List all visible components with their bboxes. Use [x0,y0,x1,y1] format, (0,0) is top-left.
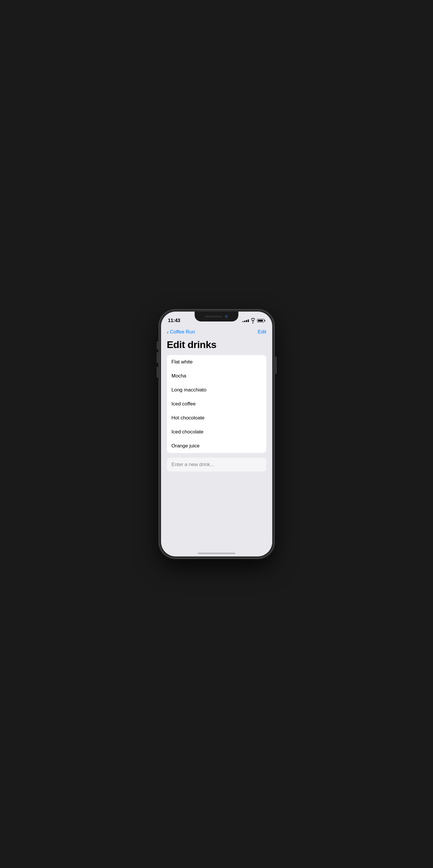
home-indicator [198,553,235,554]
drink-name: Long macchiato [172,387,207,393]
new-drink-placeholder: Enter a new drink... [172,462,214,467]
screen-content: ‹ Coffee Run Edit Edit drinks Flat white… [161,326,272,556]
edit-button[interactable]: Edit [258,329,266,335]
back-label: Coffee Run [170,329,195,335]
battery-icon [257,319,265,322]
drink-name: Iced coffee [172,401,196,407]
drink-name: Orange juice [172,443,200,448]
page-title: Edit drinks [167,339,266,350]
drink-name: Flat white [172,359,193,365]
list-item[interactable]: Flat white [167,355,266,369]
power-button[interactable] [275,356,277,374]
status-icons [242,318,265,323]
back-button[interactable]: ‹ Coffee Run [167,329,195,335]
drink-name: Mocha [172,373,186,379]
nav-bar: ‹ Coffee Run Edit [167,326,266,337]
notch [195,312,238,321]
drinks-list: Flat white Mocha Long macchiato Iced cof… [167,355,266,453]
list-item[interactable]: Iced coffee [167,397,266,411]
chevron-left-icon: ‹ [167,329,169,335]
signal-icon [242,319,249,322]
status-time: 11:43 [168,318,180,323]
volume-down-button[interactable] [157,367,158,378]
drink-name: Hot chocoloate [172,415,205,421]
phone-frame: 11:43 [159,310,274,558]
phone-screen: 11:43 [161,312,272,556]
front-camera [225,315,228,318]
new-drink-input[interactable]: Enter a new drink... [167,458,266,472]
list-item[interactable]: Orange juice [167,439,266,453]
drink-name: Iced chocolate [172,429,204,435]
list-item[interactable]: Long macchiato [167,383,266,397]
list-item[interactable]: Mocha [167,369,266,383]
list-item[interactable]: Hot chocoloate [167,411,266,425]
list-item[interactable]: Iced chocolate [167,425,266,439]
speaker [205,316,222,317]
wifi-icon [251,318,255,323]
volume-up-button[interactable] [157,352,158,363]
silent-button[interactable] [157,341,158,349]
